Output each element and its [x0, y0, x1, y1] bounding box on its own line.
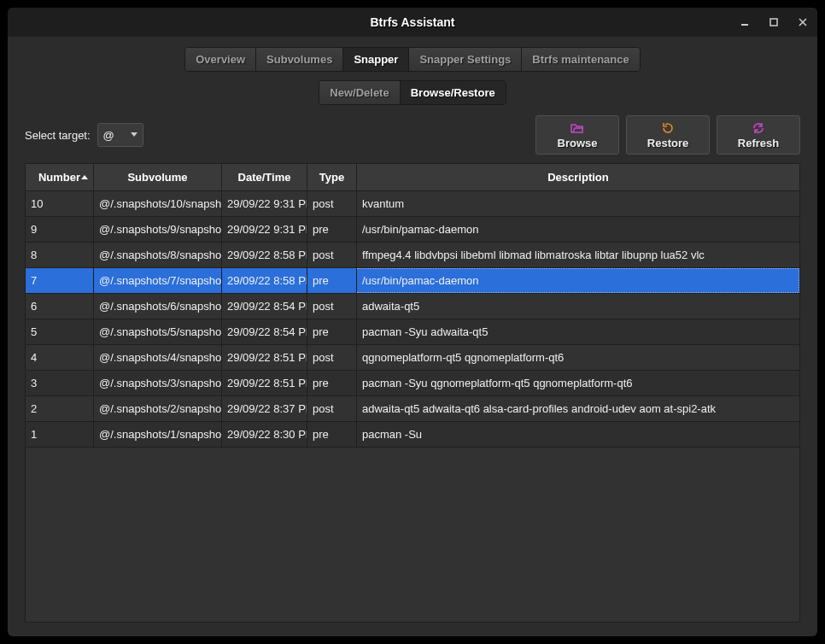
cell-number: 2: [26, 396, 94, 421]
cell-datetime: 29/09/22 8:54 PM: [222, 319, 307, 344]
cell-type: pre: [307, 319, 357, 344]
cell-type: pre: [307, 217, 357, 242]
cell-type: pre: [307, 371, 357, 395]
col-type[interactable]: Type: [307, 164, 357, 191]
cell-subvolume: @/.snapshots/8/snapshot: [94, 243, 222, 267]
table-header: Number Subvolume Date/Time Type Descript…: [26, 164, 799, 191]
maximize-button[interactable]: [759, 8, 788, 37]
cell-description: /usr/bin/pamac-daemon: [357, 217, 799, 242]
cell-number: 10: [26, 191, 94, 216]
table-row[interactable]: 10@/.snapshots/10/snapshot29/09/22 9:31 …: [26, 191, 799, 217]
cell-type: post: [307, 294, 357, 319]
window-controls: [730, 8, 817, 37]
sub-tab-strip: New/Delete Browse/Restore: [8, 72, 817, 105]
titlebar: Btrfs Assistant: [8, 8, 817, 37]
cell-datetime: 29/09/22 8:51 PM: [222, 371, 307, 395]
toolbar: Select target: @ Browse Restore Refresh: [8, 105, 817, 161]
cell-type: pre: [307, 422, 357, 447]
cell-subvolume: @/.snapshots/10/snapshot: [94, 191, 222, 216]
maximize-icon: [769, 18, 778, 26]
table-row[interactable]: 7@/.snapshots/7/snapshot29/09/22 8:58 PM…: [26, 268, 799, 294]
table-row[interactable]: 1@/.snapshots/1/snapshot29/09/22 8:30 PM…: [26, 422, 799, 448]
refresh-icon: [752, 121, 765, 135]
cell-description: kvantum: [357, 191, 799, 216]
cell-datetime: 29/09/22 8:58 PM: [222, 268, 307, 293]
cell-subvolume: @/.snapshots/3/snapshot: [94, 371, 222, 395]
cell-number: 8: [26, 243, 94, 267]
table-row[interactable]: 6@/.snapshots/6/snapshot29/09/22 8:54 PM…: [26, 294, 799, 319]
cell-datetime: 29/09/22 8:37 PM: [222, 396, 307, 421]
cell-number: 4: [26, 345, 94, 370]
cell-subvolume: @/.snapshots/1/snapshot: [94, 422, 222, 447]
svg-rect-1: [770, 19, 777, 26]
main-tab-group: Overview Subvolumes Snapper Snapper Sett…: [184, 47, 640, 72]
cell-description: /usr/bin/pamac-daemon: [357, 268, 799, 293]
cell-type: post: [307, 345, 357, 370]
tab-snapper[interactable]: Snapper: [343, 48, 409, 71]
main-tab-strip: Overview Subvolumes Snapper Snapper Sett…: [8, 37, 817, 72]
restore-button[interactable]: Restore: [626, 115, 710, 155]
tab-subvolumes[interactable]: Subvolumes: [256, 48, 343, 71]
refresh-label: Refresh: [738, 137, 779, 149]
folder-open-icon: [570, 121, 584, 135]
cell-description: pacman -Syu qgnomeplatform-qt5 qgnomepla…: [357, 371, 799, 395]
cell-type: pre: [307, 268, 357, 293]
col-datetime[interactable]: Date/Time: [222, 164, 307, 191]
app-window: Btrfs Assistant Overview Subvolumes Snap…: [8, 8, 817, 636]
restore-icon: [661, 121, 675, 135]
cell-type: post: [307, 191, 357, 216]
snapshots-table: Number Subvolume Date/Time Type Descript…: [25, 163, 800, 623]
table-body: 10@/.snapshots/10/snapshot29/09/22 9:31 …: [26, 191, 799, 622]
cell-datetime: 29/09/22 8:54 PM: [222, 294, 307, 319]
cell-subvolume: @/.snapshots/5/snapshot: [94, 319, 222, 344]
table-row[interactable]: 2@/.snapshots/2/snapshot29/09/22 8:37 PM…: [26, 396, 799, 422]
cell-description: pacman -Syu adwaita-qt5: [357, 319, 799, 344]
sub-tab-group: New/Delete Browse/Restore: [319, 80, 506, 105]
chevron-down-icon: [131, 132, 138, 137]
window-title: Btrfs Assistant: [8, 15, 817, 29]
browse-button[interactable]: Browse: [535, 115, 619, 155]
svg-rect-0: [741, 24, 748, 26]
cell-description: pacman -Su: [357, 422, 799, 447]
minimize-icon: [740, 18, 749, 26]
cell-datetime: 29/09/22 9:31 PM: [222, 217, 307, 242]
cell-description: adwaita-qt5: [357, 294, 799, 319]
browse-label: Browse: [558, 137, 598, 149]
refresh-button[interactable]: Refresh: [717, 115, 800, 155]
tab-snapper-settings[interactable]: Snapper Settings: [409, 48, 522, 71]
table-row[interactable]: 9@/.snapshots/9/snapshot29/09/22 9:31 PM…: [26, 217, 799, 243]
select-target-dropdown[interactable]: @: [97, 123, 143, 147]
cell-number: 5: [26, 319, 94, 344]
table-row[interactable]: 3@/.snapshots/3/snapshot29/09/22 8:51 PM…: [26, 371, 799, 396]
col-description[interactable]: Description: [357, 164, 799, 191]
cell-subvolume: @/.snapshots/9/snapshot: [94, 217, 222, 242]
cell-datetime: 29/09/22 8:51 PM: [222, 345, 307, 370]
cell-subvolume: @/.snapshots/7/snapshot: [94, 268, 222, 293]
col-number[interactable]: Number: [26, 164, 94, 191]
cell-description: ffmpeg4.4 libdvbpsi libebml libmad libma…: [357, 243, 799, 267]
cell-datetime: 29/09/22 9:31 PM: [222, 191, 307, 216]
table-row[interactable]: 8@/.snapshots/8/snapshot29/09/22 8:58 PM…: [26, 243, 799, 268]
cell-type: post: [307, 243, 357, 267]
cell-number: 7: [26, 268, 94, 293]
cell-type: post: [307, 396, 357, 421]
select-target-label: Select target:: [25, 129, 91, 142]
cell-number: 9: [26, 217, 94, 242]
close-icon: [799, 18, 807, 26]
cell-subvolume: @/.snapshots/6/snapshot: [94, 294, 222, 319]
tab-overview[interactable]: Overview: [185, 48, 256, 71]
cell-description: qgnomeplatform-qt5 qgnomeplatform-qt6: [357, 345, 799, 370]
subtab-new-delete[interactable]: New/Delete: [319, 81, 400, 104]
cell-subvolume: @/.snapshots/4/snapshot: [94, 345, 222, 370]
cell-description: adwaita-qt5 adwaita-qt6 alsa-card-profil…: [357, 396, 799, 421]
cell-datetime: 29/09/22 8:30 PM: [222, 422, 307, 447]
subtab-browse-restore[interactable]: Browse/Restore: [401, 81, 506, 104]
minimize-button[interactable]: [730, 8, 759, 37]
table-row[interactable]: 5@/.snapshots/5/snapshot29/09/22 8:54 PM…: [26, 319, 799, 345]
table-row[interactable]: 4@/.snapshots/4/snapshot29/09/22 8:51 PM…: [26, 345, 799, 371]
cell-datetime: 29/09/22 8:58 PM: [222, 243, 307, 267]
restore-label: Restore: [647, 137, 688, 149]
close-button[interactable]: [788, 8, 817, 37]
tab-maintenance[interactable]: Btrfs maintenance: [522, 48, 639, 71]
col-subvolume[interactable]: Subvolume: [94, 164, 222, 191]
